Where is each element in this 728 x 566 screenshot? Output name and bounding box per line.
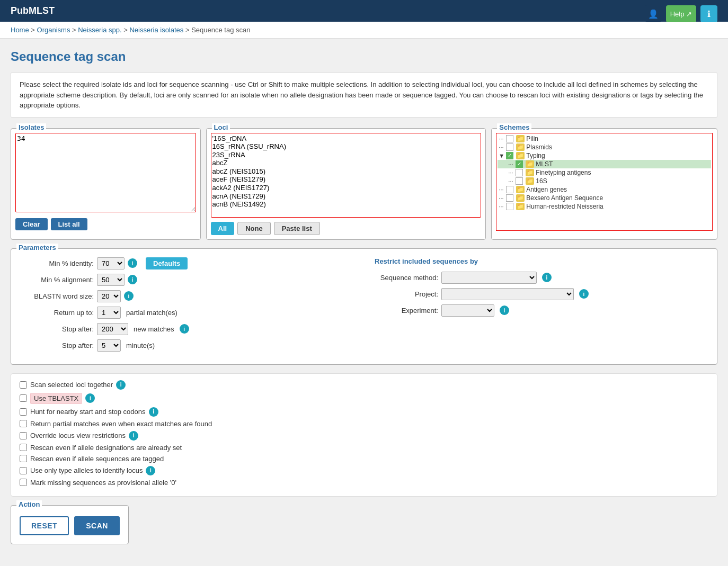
loci-option-acnb[interactable]: acnB (NEIS1492) — [212, 200, 480, 209]
scan-together-info-icon[interactable]: i — [116, 380, 126, 390]
tree-item-pilin[interactable]: ··· 📁 Pilin — [498, 134, 711, 143]
scan-together-checkbox[interactable] — [20, 381, 27, 389]
hunt-codons-checkbox[interactable] — [20, 408, 27, 416]
min-identity-info-icon[interactable]: i — [128, 258, 137, 268]
plasmids-check[interactable] — [506, 143, 513, 151]
return-partial-checkbox[interactable] — [20, 420, 27, 427]
breadcrumb-current: Sequence tag scan — [191, 26, 250, 34]
page-description: Please select the required isolate ids a… — [11, 73, 717, 118]
blastn-select[interactable]: 78910111215162028 — [97, 290, 121, 302]
loci-option-16s-rrna[interactable]: 16S_rRNA (SSU_rRNA) — [212, 142, 480, 151]
mark-missing-checkbox[interactable] — [20, 479, 27, 486]
minutes-label: minute(s) — [126, 342, 155, 349]
typing-label: Typing — [526, 152, 545, 159]
breadcrumb-neisseria-isolates[interactable]: Neisseria isolates — [129, 26, 183, 34]
pilin-check[interactable] — [506, 135, 513, 142]
16s-label: 16S — [536, 177, 547, 185]
bexsero-check[interactable] — [506, 194, 513, 202]
parameters-restrict-row: Parameters Min % identity: 7075808590951… — [11, 248, 717, 365]
finetyping-check[interactable] — [516, 169, 523, 176]
user-button[interactable]: 👤 — [645, 5, 662, 22]
help-button[interactable]: Help ↗ — [666, 5, 696, 22]
tree-item-human-restricted[interactable]: ··· 📁 Human-restricted Neisseria — [498, 202, 711, 211]
isolates-textarea[interactable]: 34 — [15, 133, 196, 212]
mark-missing-label: Mark missing sequences as provisional al… — [30, 479, 176, 487]
bexsero-expander: ··· — [499, 195, 506, 201]
defaults-button[interactable]: Defaults — [146, 257, 188, 269]
experiment-info-icon[interactable]: i — [500, 306, 509, 315]
mlst-check[interactable]: ✓ — [516, 160, 523, 168]
breadcrumb-neisseria-spp[interactable]: Neisseria spp. — [78, 26, 121, 34]
typing-folder: 📁 — [516, 152, 525, 159]
param-return-row: Return up to: 123510 partial match(es) — [20, 307, 353, 319]
tree-item-typing[interactable]: ▼ ✓ 📁 Typing — [498, 151, 711, 160]
info-button[interactable]: ℹ — [700, 5, 717, 22]
only-type-checkbox[interactable] — [20, 467, 27, 474]
tree-item-plasmids[interactable]: ··· 📁 Plasmids — [498, 143, 711, 151]
pilin-folder: 📁 — [516, 135, 525, 142]
antigen-check[interactable] — [506, 186, 513, 193]
experiment-select[interactable] — [441, 304, 494, 317]
min-alignment-info-icon[interactable]: i — [128, 275, 137, 284]
tree-item-bexsero[interactable]: ··· 📁 Bexsero Antigen Sequence — [498, 194, 711, 202]
tree-item-16s[interactable]: ··· 📁 16S — [498, 177, 711, 185]
typing-check[interactable]: ✓ — [506, 152, 513, 159]
stop-after-time-select[interactable]: 12345101520 — [97, 339, 121, 352]
antigen-expander: ··· — [499, 186, 506, 193]
loci-none-button[interactable]: None — [237, 222, 271, 235]
finetyping-folder: 📁 — [526, 169, 534, 176]
mlst-label: MLST — [536, 160, 553, 168]
stop-after-matches-select[interactable]: 501002005001000 — [97, 323, 128, 335]
min-identity-label: Min % identity: — [20, 259, 94, 267]
scan-button[interactable]: SCAN — [74, 516, 120, 535]
project-select[interactable] — [441, 288, 574, 300]
page-title: Sequence tag scan — [11, 49, 717, 64]
return-up-to-label: Return up to: — [20, 309, 94, 317]
scan-together-label: Scan selected loci together — [30, 381, 113, 389]
blastn-info-icon[interactable]: i — [124, 291, 134, 301]
rescan-allele-checkbox[interactable] — [20, 444, 27, 451]
loci-all-button[interactable]: All — [211, 222, 235, 235]
loci-paste-button[interactable]: Paste list — [274, 222, 320, 235]
tree-item-finetyping[interactable]: ··· 📁 Finetyping antigens — [498, 168, 711, 177]
seq-method-info-icon[interactable]: i — [542, 273, 552, 282]
override-locus-info-icon[interactable]: i — [129, 431, 138, 441]
isolates-list-all-button[interactable]: List all — [51, 218, 87, 230]
loci-section: Loci '16S_rDNA 16S_rRNA (SSU_rRNA) 23S_r… — [206, 128, 486, 240]
rescan-allele-label: Rescan even if allele designations are a… — [30, 444, 182, 452]
loci-option-16s-rdna[interactable]: '16S_rDNA — [212, 134, 480, 143]
human-restricted-check[interactable] — [506, 203, 513, 210]
isolates-clear-button[interactable]: Clear — [15, 218, 48, 230]
bexsero-folder: 📁 — [516, 194, 525, 202]
tree-item-antigen[interactable]: ··· 📁 Antigen genes — [498, 185, 711, 194]
use-tblastx-checkbox[interactable] — [20, 394, 27, 402]
hunt-codons-info-icon[interactable]: i — [149, 407, 158, 417]
16s-check[interactable] — [516, 177, 523, 185]
help-label: Help ↗ — [670, 10, 692, 18]
rescan-tagged-checkbox[interactable] — [20, 455, 27, 462]
tblastx-info-icon[interactable]: i — [85, 393, 95, 403]
loci-option-abcz-neis1015[interactable]: abcZ (NEIS1015) — [212, 167, 480, 176]
return-up-to-select[interactable]: 123510 — [97, 307, 121, 319]
loci-option-acka2[interactable]: ackA2 (NEIS1727) — [212, 184, 480, 192]
checkboxes-section: Scan selected loci together i Use TBLAST… — [11, 373, 717, 497]
reset-button[interactable]: RESET — [20, 516, 69, 535]
tree-item-mlst[interactable]: ··· ✓ 📁 MLST — [498, 160, 711, 168]
new-matches-info-icon[interactable]: i — [180, 324, 189, 334]
loci-option-23s[interactable]: 23S_rRNA — [212, 151, 480, 159]
breadcrumb-home[interactable]: Home — [11, 26, 29, 34]
project-info-icon[interactable]: i — [579, 289, 589, 299]
loci-option-acna[interactable]: acnA (NEIS1729) — [212, 192, 480, 201]
min-identity-select[interactable]: 707580859095100 — [97, 257, 125, 269]
override-locus-checkbox[interactable] — [20, 432, 27, 439]
seq-method-select[interactable] — [441, 272, 537, 284]
breadcrumb-organisms[interactable]: Organisms — [37, 26, 70, 34]
loci-option-acef[interactable]: aceF (NEIS1279) — [212, 175, 480, 184]
schemes-tree[interactable]: ··· 📁 Pilin ··· 📁 Plasmids ▼ ✓ 📁 — [496, 133, 713, 231]
loci-select[interactable]: '16S_rDNA 16S_rRNA (SSU_rRNA) 23S_rRNA a… — [211, 133, 482, 218]
human-restricted-expander: ··· — [499, 203, 506, 210]
only-type-info-icon[interactable]: i — [146, 466, 155, 475]
loci-option-abcz[interactable]: abcZ — [212, 159, 480, 167]
min-alignment-select[interactable]: 102030405060708090100 — [97, 274, 125, 286]
antigen-folder: 📁 — [516, 186, 525, 193]
